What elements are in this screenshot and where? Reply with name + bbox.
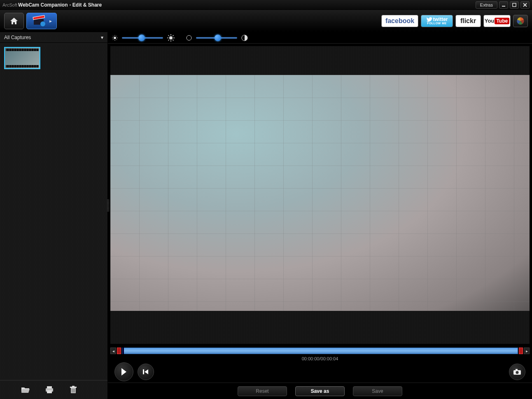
close-button[interactable] — [520, 1, 530, 9]
extras-button[interactable]: Extras — [476, 1, 497, 9]
app-title: WebCam Companion — [18, 2, 68, 8]
play-button[interactable] — [114, 362, 133, 381]
captures-filter-dropdown[interactable]: All Captures ▾ — [0, 32, 107, 43]
trash-icon — [70, 386, 77, 394]
svg-line-33 — [173, 40, 174, 40]
titlebar: ArcSoft WebCam Companion - Edit & Share … — [0, 0, 532, 10]
delete-button[interactable] — [68, 385, 78, 395]
toolbar: ▸ facebook twitter FOLLOW ME flickr You … — [0, 10, 532, 32]
svg-point-41 — [516, 371, 519, 374]
svg-rect-14 — [72, 386, 75, 387]
filter-label: All Captures — [4, 35, 31, 40]
maximize-icon — [512, 3, 516, 7]
timecode-label: 00:00:00/00:00:04 — [108, 356, 532, 361]
bottom-actions: Reset Save as Save — [108, 383, 532, 399]
thumbnail-item[interactable] — [4, 47, 40, 69]
svg-rect-1 — [513, 3, 516, 7]
svg-point-27 — [169, 36, 173, 40]
trim-step-right-button[interactable]: ▸ — [524, 348, 530, 354]
svg-rect-9 — [47, 386, 52, 388]
svg-line-24 — [117, 39, 117, 40]
reset-label: Reset — [256, 388, 268, 394]
share-group: facebook twitter FOLLOW ME flickr You Tu… — [381, 15, 528, 27]
facebook-label: facebook — [385, 17, 414, 25]
preview-area — [110, 46, 530, 344]
minimize-button[interactable] — [499, 1, 508, 9]
adjustment-bar — [108, 32, 532, 44]
svg-rect-11 — [47, 390, 52, 393]
app-subtitle: - Edit & Share — [70, 2, 102, 8]
thumbnail-list — [0, 43, 107, 380]
svg-line-35 — [173, 35, 174, 36]
flickr-button[interactable]: flickr — [455, 15, 481, 27]
contrast-slider[interactable] — [196, 37, 237, 39]
svg-line-25 — [113, 39, 114, 40]
flickr-label: flickr — [460, 17, 476, 25]
youtube-button[interactable]: You Tube — [483, 15, 511, 27]
trim-step-left-button[interactable]: ◂ — [110, 348, 116, 354]
contrast-low-icon — [186, 35, 192, 41]
picasa-icon — [516, 17, 525, 25]
twitter-button[interactable]: twitter FOLLOW ME — [421, 15, 453, 27]
open-folder-button[interactable] — [21, 385, 30, 395]
home-button[interactable] — [4, 13, 24, 29]
video-preview[interactable] — [110, 75, 530, 311]
twitter-bird-icon — [426, 17, 432, 22]
contrast-high-icon — [241, 35, 248, 41]
save-as-button[interactable]: Save as — [295, 386, 345, 396]
sidebar-resize-handle[interactable] — [107, 200, 110, 212]
close-icon — [523, 3, 527, 7]
save-as-label: Save as — [311, 388, 329, 394]
go-to-start-button[interactable] — [138, 364, 154, 380]
extras-label: Extras — [480, 2, 493, 7]
save-button[interactable]: Save — [353, 386, 402, 396]
svg-rect-0 — [502, 6, 505, 7]
twitter-sublabel: FOLLOW ME — [427, 22, 446, 25]
timeline: ◂ ▸ — [110, 347, 530, 355]
edit-share-mode-button[interactable]: ▸ — [26, 13, 57, 29]
timeline-track[interactable] — [122, 348, 518, 354]
trim-start-handle[interactable] — [117, 348, 121, 354]
folder-open-icon — [21, 386, 30, 394]
clapper-icon — [31, 15, 48, 27]
brightness-high-icon — [167, 34, 175, 42]
sidebar-actions — [0, 380, 107, 399]
save-label: Save — [372, 388, 383, 394]
svg-line-34 — [168, 40, 169, 40]
transport-controls — [108, 361, 532, 381]
trim-end-handle[interactable] — [519, 348, 523, 354]
playhead[interactable] — [122, 348, 124, 354]
brightness-slider[interactable] — [122, 37, 163, 39]
content: ◂ ▸ 00:00:00/00:00:04 — [108, 32, 532, 399]
picasa-button[interactable] — [513, 15, 528, 27]
svg-rect-40 — [516, 369, 518, 371]
svg-point-36 — [187, 35, 191, 40]
svg-rect-38 — [143, 369, 144, 374]
maximize-button[interactable] — [510, 1, 519, 9]
printer-icon — [45, 386, 54, 394]
brand-label: ArcSoft — [2, 2, 17, 7]
chevron-down-icon: ▾ — [101, 35, 103, 40]
main: All Captures ▾ — [0, 32, 532, 399]
snapshot-button[interactable] — [509, 364, 525, 380]
svg-line-23 — [113, 36, 114, 37]
minimize-icon — [502, 3, 506, 7]
svg-line-26 — [117, 36, 117, 37]
youtube-logo: You Tube — [485, 18, 509, 24]
print-button[interactable] — [44, 385, 54, 395]
svg-point-18 — [114, 37, 116, 39]
skip-start-icon — [142, 369, 149, 375]
play-icon — [121, 368, 127, 376]
twitter-label: twitter — [433, 17, 448, 22]
svg-point-7 — [40, 21, 45, 26]
camera-icon — [513, 369, 521, 375]
home-icon — [9, 16, 19, 26]
facebook-button[interactable]: facebook — [381, 15, 418, 27]
reset-button[interactable]: Reset — [238, 386, 287, 396]
sidebar: All Captures ▾ — [0, 32, 108, 399]
chevron-right-icon: ▸ — [49, 18, 52, 24]
svg-line-32 — [168, 35, 169, 36]
brightness-low-icon — [112, 35, 118, 41]
